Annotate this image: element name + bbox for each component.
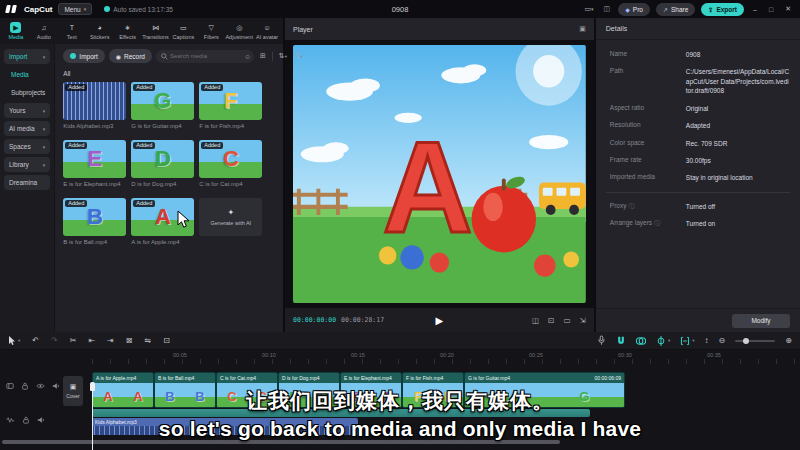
chevron-down-icon: ▾ [84, 6, 87, 12]
preview-axis-button[interactable]: ▾ [656, 336, 670, 346]
filter-icon[interactable]: ▽▾ [293, 52, 305, 60]
timeline-tool-button[interactable]: ⊡ [163, 336, 170, 345]
timeline-tool-button[interactable]: ⊠ [126, 336, 133, 345]
import-icon [70, 53, 76, 59]
autosave-status: Auto saved 13:17:35 [104, 6, 173, 13]
timeline-tool-button[interactable]: ⇥ [107, 336, 114, 345]
sidebar-item[interactable]: Media [4, 67, 50, 82]
sidebar-item[interactable]: Dreamina [4, 175, 50, 190]
media-item[interactable]: Added C C is for Cat.mp4 [199, 140, 262, 187]
record-button[interactable]: ◉ Record [109, 49, 152, 63]
export-button[interactable]: ⇪ Export [701, 3, 744, 16]
media-item[interactable]: Added B B is for Ball.mp4 [63, 198, 126, 245]
panel-toggle-icon[interactable]: ◫ [602, 5, 613, 13]
timeline-tool-button[interactable]: ⇋ [144, 336, 151, 345]
details-toggle-row: Arrange layersⓘ Turned on [596, 215, 800, 232]
tab[interactable]: ∗ Effects [114, 22, 142, 40]
sidebar-item[interactable]: Library ▾ [4, 157, 50, 172]
tab-icon: ▶ [10, 22, 21, 33]
ruler-tick: 00:30 [618, 352, 632, 358]
search-input[interactable] [156, 50, 254, 63]
timeline-tool-button[interactable]: ↷ [51, 336, 58, 345]
select-tool-button[interactable]: ▾ [8, 336, 20, 346]
timeline-tool-button[interactable]: ↶ [32, 336, 39, 345]
chevron-down-icon: ▾ [43, 144, 46, 150]
zoom-slider-knob[interactable] [743, 338, 749, 344]
sidebar-item[interactable]: Import ▾ [4, 49, 50, 64]
auto-snap-icon [680, 336, 690, 346]
sort-icon[interactable]: ⇅▾ [277, 52, 289, 60]
media-item-name: G is for Guitar.mp4 [131, 123, 194, 129]
share-button[interactable]: ↗ Share [656, 3, 695, 16]
pro-button[interactable]: ◆ Pro [618, 3, 650, 16]
magnetic-snap-icon[interactable] [616, 336, 626, 346]
sidebar-item[interactable]: Yours ▾ [4, 103, 50, 118]
aspect-ratio-icon[interactable]: ▭ [563, 316, 570, 325]
media-item[interactable]: Added Kids Alphabet.mp3 [63, 82, 126, 129]
tab[interactable]: ▭ Captions [169, 22, 197, 40]
auto-snap-button[interactable]: ▾ [680, 336, 694, 346]
menu-button[interactable]: Menu ▾ [58, 3, 92, 15]
info-icon: ⓘ [654, 220, 660, 226]
link-clips-icon[interactable] [636, 336, 646, 346]
maximize-button[interactable]: □ [766, 6, 776, 13]
timeline-ruler[interactable]: 00:05 00:10 00:15 00:20 00:25 00:30 00:3… [0, 350, 800, 364]
media-item-name: Kids Alphabet.mp3 [63, 123, 126, 129]
ruler-tick: 00:15 [351, 352, 365, 358]
zoom-out-icon[interactable]: ⊖ [719, 336, 726, 345]
ruler-tick: 00:35 [707, 352, 721, 358]
voiceover-mic-icon[interactable] [597, 335, 606, 346]
sidebar-item[interactable]: Subprojects [4, 85, 50, 100]
player-detach-icon[interactable]: ▣ [579, 25, 586, 33]
tab[interactable]: ◕ Stickers [86, 22, 114, 40]
sidebar-item[interactable]: AI media ▾ [4, 121, 50, 136]
preview-compare-icon[interactable]: ◫ [532, 316, 539, 325]
added-badge: Added [65, 142, 87, 149]
autosave-dot-icon [104, 6, 110, 12]
fit-screen-icon[interactable]: ⊡ [548, 316, 554, 325]
chevron-down-icon: ▾ [43, 54, 46, 60]
capcut-logo-icon [6, 4, 18, 14]
info-icon: ⓘ [628, 203, 634, 209]
play-button[interactable]: ▶ [436, 315, 444, 326]
details-row: Color space Rec. 709 SDR [596, 135, 800, 152]
media-item[interactable]: Added G G is for Guitar.mp4 [131, 82, 194, 129]
import-button[interactable]: Import [63, 49, 104, 63]
divider [606, 192, 790, 193]
timeline-tool-button[interactable]: ✂ [70, 336, 77, 345]
tab[interactable]: ♫ Audio [30, 22, 58, 40]
tab[interactable]: T Text [58, 22, 86, 40]
timeline-zoom-slider[interactable] [735, 340, 775, 342]
modify-button[interactable]: Modify [732, 314, 790, 328]
details-row: Imported media Stay in original location [596, 169, 800, 186]
details-panel: Details Name 0908 Path C:/Users/Emenesi/… [596, 18, 800, 332]
tab[interactable]: ⋈ Transitions [142, 22, 170, 40]
media-item[interactable]: Added F F is for Fish.mp4 [199, 82, 262, 129]
current-time: 00:00:00:00 [293, 316, 336, 324]
export-icon: ⇪ [708, 6, 713, 13]
chevron-down-icon: ▾ [43, 162, 46, 168]
media-item[interactable]: Added A A is for Apple.mp4 [131, 198, 194, 245]
track-height-icon[interactable]: ↕ [705, 336, 709, 345]
grid-view-icon[interactable]: ⊞ [258, 52, 268, 60]
workspace-layout-icon[interactable]: ▭▾ [582, 5, 595, 13]
zoom-in-icon[interactable]: ⊕ [785, 336, 792, 345]
tab[interactable]: ☺ AI avatar [253, 22, 281, 40]
close-button[interactable]: ✕ [782, 5, 794, 13]
tab-icon: T [66, 22, 77, 33]
tab[interactable]: ▶ Media [2, 22, 30, 40]
sidebar-item[interactable]: Spaces ▾ [4, 139, 50, 154]
media-sidebar: Import ▾ Media Subprojects [0, 44, 55, 332]
timeline-tool-button[interactable]: ⇤ [88, 336, 95, 345]
tab[interactable]: ▽ Filters [197, 22, 225, 40]
tab[interactable]: ◎ Adjustment [225, 22, 253, 40]
ruler-tick: 00:25 [529, 352, 543, 358]
tab-icon: ▽ [206, 22, 217, 33]
generate-with-ai-tile[interactable]: ✦ Generate with AI [199, 198, 262, 236]
media-item[interactable]: Added E E is for Elephant.mp4 [63, 140, 126, 187]
video-preview[interactable]: A [285, 40, 594, 308]
media-item[interactable]: Added D D is for Dog.mp4 [131, 140, 194, 187]
ai-sparkle-icon: ✦ [227, 208, 234, 217]
fullscreen-icon[interactable]: ⇲ [580, 316, 586, 325]
minimize-button[interactable]: – [750, 6, 760, 13]
